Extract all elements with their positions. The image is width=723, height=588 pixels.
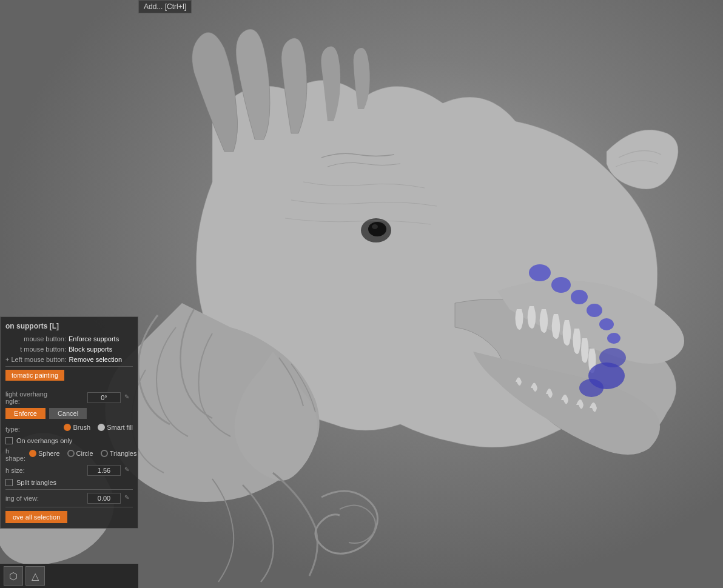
overhangs-row[interactable]: On overhangs only	[5, 437, 133, 444]
sphere-radio[interactable]: Sphere	[29, 450, 59, 457]
overhangs-label: On overhangs only	[16, 437, 72, 444]
right-mouse-label: t mouse button:	[5, 346, 66, 353]
clipping-input[interactable]	[87, 493, 121, 504]
ctrl-mouse-value: Remove selection	[69, 356, 122, 363]
sphere-radio-indicator	[29, 450, 36, 457]
overhang-angle-input[interactable]	[87, 392, 121, 403]
svg-point-4	[372, 224, 378, 229]
enforce-cancel-row: Enforce Cancel	[5, 408, 133, 419]
circle-label: Circle	[76, 450, 93, 457]
svg-point-8	[587, 304, 602, 317]
circle-radio[interactable]: Circle	[67, 450, 93, 457]
left-mouse-value: Enforce supports	[69, 335, 119, 342]
tooltip: Add... [Ctrl+I]	[138, 0, 192, 13]
separator-2	[5, 489, 133, 490]
auto-paint-button[interactable]: tomatic painting	[5, 370, 64, 381]
type-radio-group: Brush Smart fill	[64, 424, 133, 431]
split-triangles-label: Split triangles	[16, 479, 56, 486]
panel-title: on supports [L]	[5, 322, 133, 330]
overhangs-checkbox[interactable]	[5, 437, 13, 444]
shape-row: h shape: Sphere Circle Triangles	[5, 447, 133, 462]
tooltip-text: Add... [Ctrl+I]	[144, 2, 186, 11]
triangles-radio-indicator	[101, 450, 108, 457]
smart-fill-radio[interactable]: Smart fill	[98, 424, 133, 431]
left-panel: on supports [L] mouse button: Enforce su…	[0, 316, 138, 529]
clipping-edit-icon[interactable]: ✎	[124, 494, 133, 503]
size-label: h size:	[5, 467, 84, 474]
triangles-radio[interactable]: Triangles	[101, 450, 137, 457]
enforce-button[interactable]: Enforce	[5, 408, 45, 419]
left-mouse-row: mouse button: Enforce supports	[5, 335, 133, 342]
smart-fill-radio-indicator	[98, 424, 105, 431]
clipping-row: ing of view: ✎	[5, 493, 133, 504]
overhang-edit-icon[interactable]: ✎	[124, 393, 133, 402]
overhang-row: light overhang ngle: ✎	[5, 390, 133, 405]
size-row: h size: ✎	[5, 465, 133, 476]
shape-label: h shape:	[5, 447, 25, 462]
right-mouse-value: Block supports	[69, 346, 112, 353]
svg-point-5	[529, 264, 551, 281]
split-triangles-checkbox[interactable]	[5, 479, 13, 486]
split-triangles-row[interactable]: Split triangles	[5, 479, 133, 486]
toolbar-icon-2[interactable]: △	[25, 566, 45, 586]
brush-size-input[interactable]	[87, 465, 121, 476]
triangles-label: Triangles	[110, 450, 137, 457]
svg-point-7	[571, 290, 588, 304]
size-edit-icon[interactable]: ✎	[124, 466, 133, 475]
svg-point-6	[551, 277, 571, 293]
brush-radio-indicator	[64, 424, 71, 431]
cancel-button[interactable]: Cancel	[49, 408, 87, 419]
svg-point-10	[607, 333, 620, 344]
separator-3	[5, 507, 133, 507]
type-label: type:	[5, 426, 60, 433]
smart-fill-label: Smart fill	[107, 424, 133, 431]
svg-point-9	[599, 318, 614, 330]
ctrl-mouse-row: + Left mouse button: Remove selection	[5, 356, 133, 363]
left-mouse-label: mouse button:	[5, 335, 66, 342]
sphere-label: Sphere	[38, 450, 59, 457]
remove-all-button[interactable]: ove all selection	[5, 511, 67, 523]
separator-1	[5, 366, 133, 367]
svg-point-3	[368, 222, 386, 236]
clipping-label: ing of view:	[5, 495, 84, 502]
brush-radio[interactable]: Brush	[64, 424, 90, 431]
right-mouse-row: t mouse button: Block supports	[5, 346, 133, 353]
circle-radio-indicator	[67, 450, 75, 457]
type-row: type: Brush Smart fill	[5, 424, 133, 434]
svg-point-12	[579, 379, 604, 397]
shape-radio-group: Sphere Circle Triangles	[29, 450, 136, 457]
ctrl-mouse-label: + Left mouse button:	[5, 356, 67, 363]
toolbar-icon-1[interactable]: ⬡	[4, 566, 23, 586]
brush-label: Brush	[73, 424, 90, 431]
svg-point-13	[599, 348, 626, 367]
bottom-toolbar: ⬡ △	[0, 564, 138, 588]
overhang-label: light overhang ngle:	[5, 390, 84, 405]
